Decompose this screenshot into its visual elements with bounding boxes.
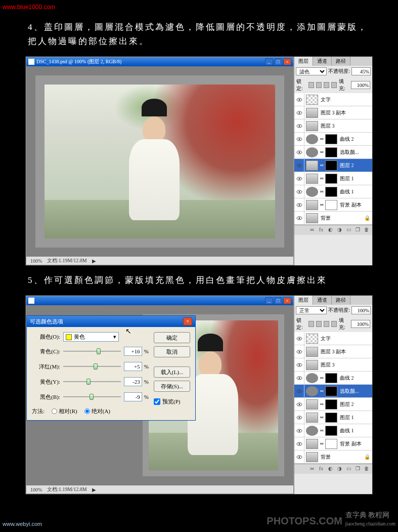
new-icon[interactable]: ❐: [354, 466, 361, 473]
slider-track[interactable]: [63, 378, 121, 385]
slider-value[interactable]: [124, 347, 142, 356]
slider-track[interactable]: [63, 363, 121, 370]
dialog-close-button[interactable]: ×: [183, 317, 192, 325]
layer-name[interactable]: 选取颜...: [339, 388, 372, 395]
layer-row[interactable]: ⫘图层 1: [294, 411, 372, 424]
layer-row[interactable]: 背景🔒: [294, 212, 372, 225]
opacity-input[interactable]: [351, 306, 371, 314]
mask-thumb[interactable]: [325, 160, 337, 171]
mask-thumb[interactable]: [325, 174, 337, 184]
layer-thumb[interactable]: [306, 373, 318, 383]
close-button[interactable]: ×: [283, 297, 291, 304]
layer-thumb[interactable]: [306, 187, 318, 197]
visibility-icon[interactable]: [294, 451, 304, 463]
layer-row[interactable]: 图层 3 副本: [294, 345, 372, 358]
layer-thumb[interactable]: [306, 213, 318, 223]
adj-icon[interactable]: ◑: [336, 466, 343, 473]
layer-row[interactable]: 图层 3 副本: [294, 106, 372, 119]
opacity-input[interactable]: [351, 67, 371, 75]
lock-trans-icon[interactable]: [308, 82, 314, 88]
minimize-button[interactable]: _: [265, 297, 273, 304]
layer-name[interactable]: 图层 1: [339, 175, 372, 182]
layer-thumb[interactable]: [306, 386, 318, 396]
titlebar-1[interactable]: DSC_1438.psd @ 100% (图层 2, RGB/8) _ □ ×: [26, 57, 293, 66]
arrow-icon[interactable]: ▶: [92, 487, 96, 493]
layer-name[interactable]: 曲线 2: [339, 375, 372, 382]
layer-name[interactable]: 文字: [320, 335, 372, 342]
tab-channels[interactable]: 通道: [313, 296, 332, 305]
visibility-icon[interactable]: [294, 198, 304, 211]
tab-layers[interactable]: 图层: [294, 57, 313, 66]
visibility-icon[interactable]: [294, 437, 304, 450]
layer-name[interactable]: 曲线 1: [339, 188, 372, 195]
visibility-icon[interactable]: [294, 398, 304, 411]
layer-name[interactable]: 图层 2: [339, 401, 372, 408]
layer-row[interactable]: ⫘图层 2: [294, 398, 372, 411]
layer-name[interactable]: 背景 副本: [339, 201, 372, 209]
layer-row[interactable]: 文字: [294, 93, 372, 106]
layer-name[interactable]: 图层 3 副本: [320, 109, 372, 116]
layer-thumb[interactable]: [306, 399, 318, 410]
lock-all-icon[interactable]: [331, 321, 337, 327]
trash-icon[interactable]: 🗑: [363, 466, 370, 473]
save-button[interactable]: 存储(S)...: [154, 381, 190, 392]
visibility-icon[interactable]: [294, 185, 304, 198]
layer-row[interactable]: ⫘背景 副本: [294, 437, 372, 451]
radio-absolute[interactable]: 绝对(A): [84, 407, 110, 415]
tab-channels[interactable]: 通道: [313, 57, 332, 66]
dialog-titlebar[interactable]: 可选颜色选项 ↖ ×: [27, 316, 195, 327]
visibility-icon[interactable]: [294, 424, 304, 437]
layer-name[interactable]: 图层 3: [320, 122, 372, 130]
layer-thumb[interactable]: [306, 95, 318, 105]
mask-thumb[interactable]: [325, 426, 337, 436]
fx-icon[interactable]: fx: [318, 466, 325, 473]
tab-paths[interactable]: 路径: [332, 57, 350, 66]
slider-track[interactable]: [63, 348, 121, 355]
adj-icon[interactable]: ◑: [336, 227, 343, 234]
layer-row[interactable]: ⫘选取颜...: [294, 385, 372, 398]
blend-mode-select[interactable]: 正常: [296, 306, 327, 314]
trash-icon[interactable]: 🗑: [363, 227, 370, 234]
cancel-button[interactable]: 取消: [154, 346, 190, 357]
layer-thumb[interactable]: [306, 134, 318, 144]
layer-thumb[interactable]: [306, 147, 318, 157]
canvas-1[interactable]: [26, 66, 293, 257]
slider-value[interactable]: [124, 362, 142, 371]
layer-thumb[interactable]: [306, 108, 318, 118]
canvas-2[interactable]: 可选颜色选项 ↖ × 颜色(O): 黄色 ▾: [26, 305, 293, 485]
zoom-1[interactable]: 100%: [30, 258, 42, 264]
visibility-icon[interactable]: [294, 106, 304, 119]
mask-thumb[interactable]: [325, 200, 337, 210]
link-icon[interactable]: ⫘: [308, 227, 316, 234]
layer-name[interactable]: 图层 3: [320, 361, 372, 369]
layer-row[interactable]: ⫘选取颜...: [294, 146, 372, 159]
mask-thumb[interactable]: [325, 413, 337, 423]
mask-thumb[interactable]: [325, 399, 337, 410]
visibility-icon[interactable]: [294, 358, 304, 371]
layer-thumb[interactable]: [306, 200, 318, 210]
visibility-icon[interactable]: [294, 212, 304, 224]
visibility-icon[interactable]: [294, 332, 304, 345]
maximize-button[interactable]: □: [274, 58, 282, 65]
mask-thumb[interactable]: [325, 439, 337, 449]
layer-thumb[interactable]: [306, 413, 318, 423]
layer-name[interactable]: 背景 副本: [339, 440, 372, 447]
mask-thumb[interactable]: [325, 373, 337, 383]
layer-row[interactable]: 文字: [294, 332, 372, 345]
visibility-icon[interactable]: [294, 372, 304, 384]
fill-input[interactable]: [351, 320, 370, 328]
lock-paint-icon[interactable]: [316, 321, 322, 327]
visibility-icon[interactable]: [294, 133, 304, 145]
arrow-icon[interactable]: ▶: [92, 258, 96, 264]
slider-value[interactable]: [124, 392, 142, 401]
folder-icon[interactable]: ▭: [345, 227, 352, 234]
layer-thumb[interactable]: [306, 347, 318, 357]
color-select[interactable]: 黄色 ▾: [63, 332, 119, 342]
lock-all-icon[interactable]: [331, 82, 337, 88]
layer-name[interactable]: 曲线 2: [339, 136, 372, 143]
layer-name[interactable]: 曲线 1: [339, 427, 372, 434]
close-button[interactable]: ×: [283, 58, 291, 65]
layer-row[interactable]: 图层 3: [294, 119, 372, 133]
mask-thumb[interactable]: [325, 134, 337, 144]
layer-name[interactable]: 背景: [320, 454, 364, 461]
